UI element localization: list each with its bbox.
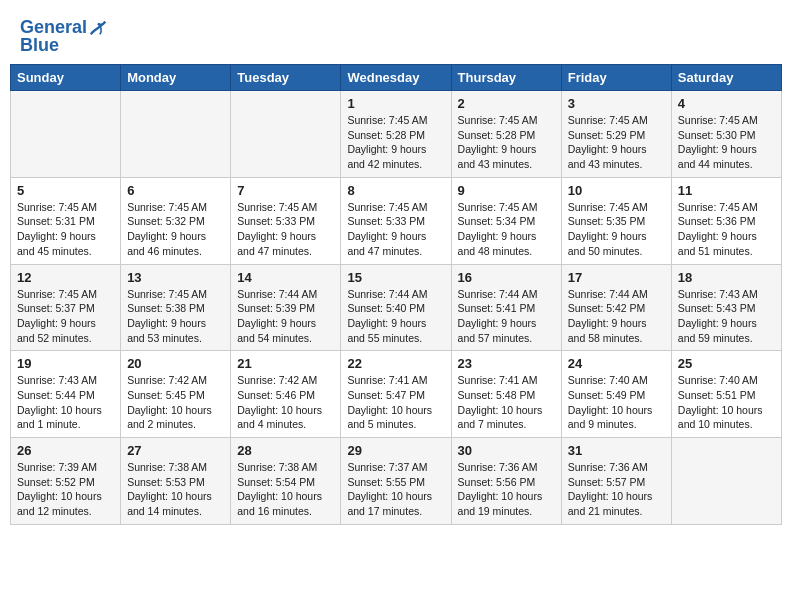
day-number: 16	[458, 270, 555, 285]
day-info: Sunrise: 7:38 AM Sunset: 5:53 PM Dayligh…	[127, 460, 224, 519]
day-info: Sunrise: 7:41 AM Sunset: 5:47 PM Dayligh…	[347, 373, 444, 432]
calendar-cell: 16Sunrise: 7:44 AM Sunset: 5:41 PM Dayli…	[451, 264, 561, 351]
day-number: 31	[568, 443, 665, 458]
day-info: Sunrise: 7:45 AM Sunset: 5:31 PM Dayligh…	[17, 200, 114, 259]
logo-line2: Blue	[20, 35, 107, 56]
day-info: Sunrise: 7:45 AM Sunset: 5:37 PM Dayligh…	[17, 287, 114, 346]
day-number: 21	[237, 356, 334, 371]
weekday-header-monday: Monday	[121, 65, 231, 91]
day-number: 5	[17, 183, 114, 198]
weekday-header-thursday: Thursday	[451, 65, 561, 91]
day-info: Sunrise: 7:44 AM Sunset: 5:39 PM Dayligh…	[237, 287, 334, 346]
day-info: Sunrise: 7:45 AM Sunset: 5:36 PM Dayligh…	[678, 200, 775, 259]
day-number: 6	[127, 183, 224, 198]
day-number: 1	[347, 96, 444, 111]
weekday-header-sunday: Sunday	[11, 65, 121, 91]
calendar-week-row: 12Sunrise: 7:45 AM Sunset: 5:37 PM Dayli…	[11, 264, 782, 351]
day-info: Sunrise: 7:45 AM Sunset: 5:28 PM Dayligh…	[347, 113, 444, 172]
day-number: 12	[17, 270, 114, 285]
day-info: Sunrise: 7:38 AM Sunset: 5:54 PM Dayligh…	[237, 460, 334, 519]
day-info: Sunrise: 7:43 AM Sunset: 5:43 PM Dayligh…	[678, 287, 775, 346]
calendar-week-row: 26Sunrise: 7:39 AM Sunset: 5:52 PM Dayli…	[11, 438, 782, 525]
day-info: Sunrise: 7:44 AM Sunset: 5:40 PM Dayligh…	[347, 287, 444, 346]
calendar-cell: 4Sunrise: 7:45 AM Sunset: 5:30 PM Daylig…	[671, 91, 781, 178]
day-info: Sunrise: 7:45 AM Sunset: 5:34 PM Dayligh…	[458, 200, 555, 259]
calendar-cell: 14Sunrise: 7:44 AM Sunset: 5:39 PM Dayli…	[231, 264, 341, 351]
day-info: Sunrise: 7:36 AM Sunset: 5:56 PM Dayligh…	[458, 460, 555, 519]
day-number: 9	[458, 183, 555, 198]
day-number: 18	[678, 270, 775, 285]
calendar-cell: 2Sunrise: 7:45 AM Sunset: 5:28 PM Daylig…	[451, 91, 561, 178]
day-number: 20	[127, 356, 224, 371]
day-info: Sunrise: 7:45 AM Sunset: 5:32 PM Dayligh…	[127, 200, 224, 259]
calendar-cell: 29Sunrise: 7:37 AM Sunset: 5:55 PM Dayli…	[341, 438, 451, 525]
day-number: 8	[347, 183, 444, 198]
logo: General Blue	[20, 18, 107, 56]
calendar-cell	[231, 91, 341, 178]
calendar-cell: 27Sunrise: 7:38 AM Sunset: 5:53 PM Dayli…	[121, 438, 231, 525]
day-number: 7	[237, 183, 334, 198]
weekday-header-tuesday: Tuesday	[231, 65, 341, 91]
day-number: 23	[458, 356, 555, 371]
weekday-header-row: SundayMondayTuesdayWednesdayThursdayFrid…	[11, 65, 782, 91]
weekday-header-saturday: Saturday	[671, 65, 781, 91]
calendar-cell: 31Sunrise: 7:36 AM Sunset: 5:57 PM Dayli…	[561, 438, 671, 525]
day-number: 13	[127, 270, 224, 285]
calendar-cell: 20Sunrise: 7:42 AM Sunset: 5:45 PM Dayli…	[121, 351, 231, 438]
calendar-cell: 18Sunrise: 7:43 AM Sunset: 5:43 PM Dayli…	[671, 264, 781, 351]
weekday-header-friday: Friday	[561, 65, 671, 91]
calendar-week-row: 19Sunrise: 7:43 AM Sunset: 5:44 PM Dayli…	[11, 351, 782, 438]
day-info: Sunrise: 7:37 AM Sunset: 5:55 PM Dayligh…	[347, 460, 444, 519]
day-number: 24	[568, 356, 665, 371]
calendar-cell: 15Sunrise: 7:44 AM Sunset: 5:40 PM Dayli…	[341, 264, 451, 351]
day-info: Sunrise: 7:40 AM Sunset: 5:49 PM Dayligh…	[568, 373, 665, 432]
calendar-cell: 9Sunrise: 7:45 AM Sunset: 5:34 PM Daylig…	[451, 177, 561, 264]
day-info: Sunrise: 7:44 AM Sunset: 5:41 PM Dayligh…	[458, 287, 555, 346]
day-number: 19	[17, 356, 114, 371]
day-number: 15	[347, 270, 444, 285]
calendar-cell: 30Sunrise: 7:36 AM Sunset: 5:56 PM Dayli…	[451, 438, 561, 525]
calendar-cell: 28Sunrise: 7:38 AM Sunset: 5:54 PM Dayli…	[231, 438, 341, 525]
day-info: Sunrise: 7:42 AM Sunset: 5:45 PM Dayligh…	[127, 373, 224, 432]
calendar-cell: 7Sunrise: 7:45 AM Sunset: 5:33 PM Daylig…	[231, 177, 341, 264]
calendar-cell: 23Sunrise: 7:41 AM Sunset: 5:48 PM Dayli…	[451, 351, 561, 438]
calendar-cell: 21Sunrise: 7:42 AM Sunset: 5:46 PM Dayli…	[231, 351, 341, 438]
calendar-cell: 11Sunrise: 7:45 AM Sunset: 5:36 PM Dayli…	[671, 177, 781, 264]
calendar-table: SundayMondayTuesdayWednesdayThursdayFrid…	[10, 64, 782, 525]
calendar-cell: 26Sunrise: 7:39 AM Sunset: 5:52 PM Dayli…	[11, 438, 121, 525]
calendar-cell: 1Sunrise: 7:45 AM Sunset: 5:28 PM Daylig…	[341, 91, 451, 178]
day-number: 25	[678, 356, 775, 371]
calendar-cell: 13Sunrise: 7:45 AM Sunset: 5:38 PM Dayli…	[121, 264, 231, 351]
day-info: Sunrise: 7:45 AM Sunset: 5:38 PM Dayligh…	[127, 287, 224, 346]
day-info: Sunrise: 7:43 AM Sunset: 5:44 PM Dayligh…	[17, 373, 114, 432]
day-number: 14	[237, 270, 334, 285]
calendar-cell: 12Sunrise: 7:45 AM Sunset: 5:37 PM Dayli…	[11, 264, 121, 351]
calendar-cell: 22Sunrise: 7:41 AM Sunset: 5:47 PM Dayli…	[341, 351, 451, 438]
calendar-cell: 19Sunrise: 7:43 AM Sunset: 5:44 PM Dayli…	[11, 351, 121, 438]
day-number: 2	[458, 96, 555, 111]
calendar-cell: 10Sunrise: 7:45 AM Sunset: 5:35 PM Dayli…	[561, 177, 671, 264]
day-info: Sunrise: 7:45 AM Sunset: 5:30 PM Dayligh…	[678, 113, 775, 172]
day-number: 27	[127, 443, 224, 458]
day-number: 3	[568, 96, 665, 111]
day-number: 17	[568, 270, 665, 285]
calendar-cell	[671, 438, 781, 525]
calendar-cell: 17Sunrise: 7:44 AM Sunset: 5:42 PM Dayli…	[561, 264, 671, 351]
logo-bird-icon	[89, 18, 107, 38]
day-number: 28	[237, 443, 334, 458]
calendar-cell: 6Sunrise: 7:45 AM Sunset: 5:32 PM Daylig…	[121, 177, 231, 264]
calendar-cell: 24Sunrise: 7:40 AM Sunset: 5:49 PM Dayli…	[561, 351, 671, 438]
day-number: 10	[568, 183, 665, 198]
day-number: 26	[17, 443, 114, 458]
day-info: Sunrise: 7:39 AM Sunset: 5:52 PM Dayligh…	[17, 460, 114, 519]
day-info: Sunrise: 7:42 AM Sunset: 5:46 PM Dayligh…	[237, 373, 334, 432]
day-number: 22	[347, 356, 444, 371]
day-info: Sunrise: 7:41 AM Sunset: 5:48 PM Dayligh…	[458, 373, 555, 432]
day-info: Sunrise: 7:45 AM Sunset: 5:35 PM Dayligh…	[568, 200, 665, 259]
day-info: Sunrise: 7:45 AM Sunset: 5:29 PM Dayligh…	[568, 113, 665, 172]
day-info: Sunrise: 7:36 AM Sunset: 5:57 PM Dayligh…	[568, 460, 665, 519]
calendar-cell	[121, 91, 231, 178]
day-info: Sunrise: 7:45 AM Sunset: 5:33 PM Dayligh…	[237, 200, 334, 259]
day-number: 30	[458, 443, 555, 458]
day-number: 11	[678, 183, 775, 198]
